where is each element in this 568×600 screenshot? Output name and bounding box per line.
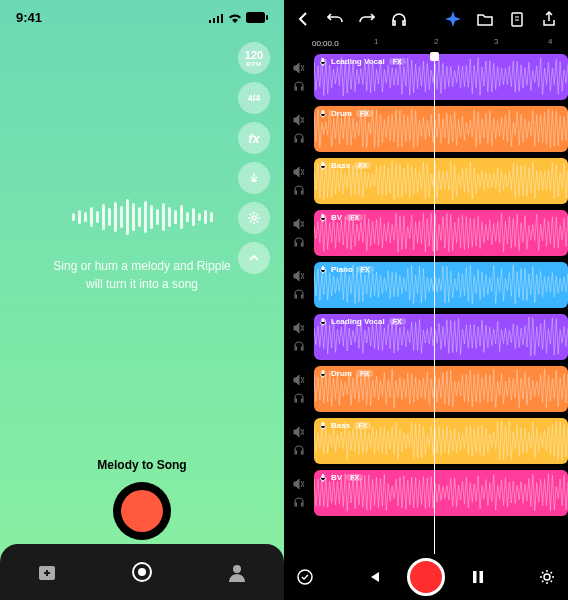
track-clip[interactable]: Drum FX: [314, 366, 568, 412]
notes-icon: [510, 11, 524, 27]
ai-sparkle-icon: [445, 11, 461, 27]
track-controls: [288, 270, 310, 300]
track-row: Piano FX: [288, 260, 568, 310]
nav-record-button[interactable]: [128, 558, 156, 586]
battery-icon: [246, 12, 268, 23]
mute-icon[interactable]: [293, 270, 305, 282]
svg-point-5: [138, 568, 146, 576]
mute-icon[interactable]: [293, 426, 305, 438]
svg-rect-19: [480, 571, 484, 583]
solo-headphone-icon[interactable]: [293, 184, 305, 196]
ai-button[interactable]: [444, 10, 462, 28]
track-label: Leading Vocal FX: [319, 317, 406, 326]
mic-icon: [319, 266, 327, 274]
editor-top-bar: [284, 0, 568, 34]
track-label: Drum FX: [319, 109, 373, 118]
timeline-ruler[interactable]: 00:00.0 1 2 3 4: [284, 34, 568, 52]
mic-icon: [319, 110, 327, 118]
headphone-icon: [391, 12, 407, 26]
track-label: BV FX: [319, 213, 363, 222]
solo-headphone-icon[interactable]: [293, 444, 305, 456]
mic-icon: [319, 474, 327, 482]
track-row: Drum FX: [288, 364, 568, 414]
export-button[interactable]: [540, 10, 558, 28]
solo-headphone-icon[interactable]: [293, 132, 305, 144]
mute-icon[interactable]: [293, 166, 305, 178]
undo-button[interactable]: [326, 10, 344, 28]
redo-icon: [359, 12, 375, 26]
solo-headphone-icon[interactable]: [293, 236, 305, 248]
nav-add-button[interactable]: [33, 558, 61, 586]
track-clip[interactable]: BV FX: [314, 210, 568, 256]
headphone-button[interactable]: [390, 10, 408, 28]
solo-headphone-icon[interactable]: [293, 288, 305, 300]
mic-icon: [319, 318, 327, 326]
mute-icon[interactable]: [293, 322, 305, 334]
loop-icon: [296, 568, 314, 586]
track-row: BV FX: [288, 208, 568, 258]
track-row: Leading Vocal FX: [288, 52, 568, 102]
folder-button[interactable]: [476, 10, 494, 28]
track-clip[interactable]: Leading Vocal FX: [314, 54, 568, 100]
track-row: Leading Vocal FX: [288, 312, 568, 362]
record-button[interactable]: [113, 482, 171, 540]
loop-button[interactable]: [296, 568, 314, 586]
track-clip[interactable]: Bass FX: [314, 158, 568, 204]
skip-back-button[interactable]: [365, 568, 383, 586]
track-controls: [288, 166, 310, 196]
pause-button[interactable]: [469, 568, 487, 586]
track-controls: [288, 478, 310, 508]
mute-icon[interactable]: [293, 478, 305, 490]
track-label: Leading Vocal FX: [319, 57, 406, 66]
track-clip[interactable]: BV FX: [314, 470, 568, 516]
transport-settings-button[interactable]: [538, 568, 556, 586]
tuning-button[interactable]: [238, 162, 270, 194]
redo-button[interactable]: [358, 10, 376, 28]
transport-record-button[interactable]: [407, 558, 445, 596]
track-row: BV FX: [288, 468, 568, 518]
settings-button[interactable]: [238, 202, 270, 234]
track-clip[interactable]: Drum FX: [314, 106, 568, 152]
time-signature-button[interactable]: 4/4: [238, 82, 270, 114]
prompt-text: Sing or hum a melody and Ripple will tur…: [53, 257, 230, 293]
chevron-up-icon: [248, 252, 260, 264]
mute-icon[interactable]: [293, 374, 305, 386]
track-row: Bass FX: [288, 156, 568, 206]
mute-icon[interactable]: [293, 218, 305, 230]
solo-headphone-icon[interactable]: [293, 496, 305, 508]
svg-rect-0: [246, 12, 265, 23]
chevron-left-icon: [298, 12, 308, 26]
track-clip[interactable]: Piano FX: [314, 262, 568, 308]
mute-icon[interactable]: [293, 62, 305, 74]
svg-rect-1: [266, 15, 268, 20]
svg-rect-18: [473, 571, 477, 583]
folder-icon: [477, 12, 493, 26]
signal-icon: [208, 13, 224, 23]
track-label: Bass FX: [319, 161, 371, 170]
mute-icon[interactable]: [293, 114, 305, 126]
profile-icon: [227, 562, 247, 582]
nav-profile-button[interactable]: [223, 558, 251, 586]
track-controls: [288, 62, 310, 92]
notes-button[interactable]: [508, 10, 526, 28]
mode-label: Melody to Song: [97, 458, 186, 472]
solo-headphone-icon[interactable]: [293, 392, 305, 404]
track-controls: [288, 322, 310, 352]
fx-button[interactable]: fx: [238, 122, 270, 154]
mic-icon: [319, 58, 327, 66]
add-file-icon: [36, 561, 58, 583]
status-bar: 9:41: [0, 0, 284, 31]
playhead[interactable]: [434, 58, 435, 554]
pause-icon: [472, 570, 484, 584]
mic-icon: [319, 422, 327, 430]
track-clip[interactable]: Leading Vocal FX: [314, 314, 568, 360]
solo-headphone-icon[interactable]: [293, 80, 305, 92]
back-button[interactable]: [294, 10, 312, 28]
bpm-button[interactable]: 120 BPM: [238, 42, 270, 74]
tracks-container: Leading Vocal FX Drum FX Bass FX: [284, 52, 568, 554]
side-controls: 120 BPM 4/4 fx: [238, 42, 270, 274]
track-controls: [288, 374, 310, 404]
collapse-button[interactable]: [238, 242, 270, 274]
track-clip[interactable]: Bass FX: [314, 418, 568, 464]
solo-headphone-icon[interactable]: [293, 340, 305, 352]
